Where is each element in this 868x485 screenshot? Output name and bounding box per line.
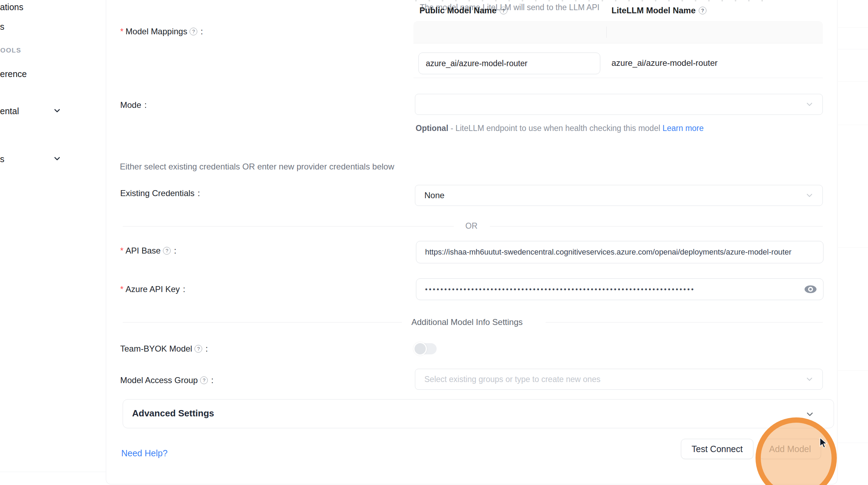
sidebar-item-label: erence bbox=[0, 69, 27, 79]
add-model-page: ations s TOOLS erence ental s T bbox=[0, 0, 868, 485]
divider-line bbox=[123, 322, 402, 323]
public-model-name-value: azure_ai/azure-model-router bbox=[426, 59, 527, 68]
divider-line bbox=[546, 322, 823, 323]
help-icon[interactable]: ? bbox=[190, 28, 197, 35]
team-byok-label: Team-BYOK Model ? : bbox=[120, 344, 208, 354]
sidebar-section-label: TOOLS bbox=[0, 47, 21, 54]
sidebar-item-ental[interactable]: ental bbox=[0, 106, 19, 116]
help-icon[interactable]: ? bbox=[163, 247, 171, 255]
sidebar-item-s-2[interactable]: s bbox=[0, 154, 5, 164]
api-base-input[interactable]: https://ishaa-mh6uutut-swedencentral.cog… bbox=[416, 241, 823, 263]
or-divider-text: OR bbox=[465, 221, 478, 231]
required-asterisk: * bbox=[120, 246, 123, 256]
chevron-down-icon bbox=[805, 100, 814, 109]
existing-credentials-label: Existing Credentials : bbox=[120, 188, 200, 198]
learn-more-link[interactable]: Learn more bbox=[662, 124, 704, 133]
column-header-litellm-model-name: LiteLLM Model Name ? bbox=[611, 6, 706, 15]
api-base-value: https://ishaa-mh6uutut-swedencentral.cog… bbox=[425, 248, 814, 257]
required-asterisk: * bbox=[120, 27, 123, 36]
background-row-line bbox=[838, 81, 868, 82]
toggle-password-visibility-icon[interactable] bbox=[804, 284, 818, 295]
chevron-down-icon bbox=[53, 154, 62, 163]
table-row-divider bbox=[414, 78, 823, 78]
column-header-public-model-name: Public Model Name ? bbox=[419, 6, 507, 15]
need-help-link[interactable]: Need Help? bbox=[121, 448, 168, 458]
clipped-row-above bbox=[415, 0, 769, 1]
background-row-line bbox=[838, 443, 868, 443]
sidebar-item-label: s bbox=[0, 22, 5, 32]
credentials-note: Either select existing credentials OR en… bbox=[120, 162, 394, 172]
column-divider bbox=[606, 27, 607, 38]
add-model-button[interactable]: Add Model bbox=[759, 439, 821, 459]
background-row-line bbox=[838, 370, 868, 371]
mode-select[interactable] bbox=[415, 94, 823, 115]
test-connect-button[interactable]: Test Connect bbox=[681, 439, 753, 459]
chevron-down-icon bbox=[805, 409, 815, 419]
sidebar: ations s TOOLS erence ental s bbox=[0, 0, 106, 485]
sidebar-item-label: ental bbox=[0, 106, 19, 116]
public-model-name-input[interactable]: azure_ai/azure-model-router bbox=[418, 53, 600, 74]
toggle-knob bbox=[414, 342, 427, 355]
help-icon[interactable]: ? bbox=[194, 345, 202, 353]
help-icon[interactable]: ? bbox=[200, 376, 208, 384]
background-row-line bbox=[838, 247, 868, 248]
sidebar-divider bbox=[0, 472, 106, 472]
mode-help-text: Optional - LiteLLM endpoint to use when … bbox=[416, 121, 706, 136]
model-mappings-table-header bbox=[414, 21, 823, 43]
existing-credentials-select[interactable]: None bbox=[415, 185, 823, 206]
litellm-model-name-value: azure_ai/azure-model-router bbox=[611, 58, 718, 68]
azure-api-key-input[interactable]: ••••••••••••••••••••••••••••••••••••••••… bbox=[416, 278, 823, 300]
mode-label: Mode : bbox=[120, 100, 147, 110]
help-icon[interactable]: ? bbox=[500, 7, 507, 14]
sidebar-item-ations[interactable]: ations bbox=[0, 2, 23, 12]
background-row-line bbox=[838, 27, 868, 28]
team-byok-toggle[interactable] bbox=[414, 343, 437, 354]
sidebar-item-erence[interactable]: erence bbox=[0, 69, 27, 79]
chevron-down-icon bbox=[805, 375, 814, 384]
sidebar-item-label: ations bbox=[0, 2, 23, 12]
api-base-label: * API Base ? : bbox=[120, 246, 176, 256]
chevron-down-icon bbox=[53, 106, 62, 115]
model-access-group-select[interactable]: Select existing groups or type to create… bbox=[415, 369, 823, 390]
help-icon[interactable]: ? bbox=[699, 7, 706, 14]
sidebar-item-s-1[interactable]: s bbox=[0, 22, 5, 32]
existing-credentials-value: None bbox=[424, 190, 444, 200]
model-mappings-label: * Model Mappings ? : bbox=[120, 27, 203, 36]
model-access-group-label: Model Access Group ? : bbox=[120, 375, 213, 385]
background-row-line bbox=[838, 125, 868, 125]
model-access-group-placeholder: Select existing groups or type to create… bbox=[424, 375, 600, 384]
sidebar-section-tools: TOOLS bbox=[0, 47, 21, 54]
masked-api-key: ••••••••••••••••••••••••••••••••••••••••… bbox=[425, 285, 804, 293]
azure-api-key-label: * Azure API Key : bbox=[120, 284, 185, 294]
chevron-down-icon bbox=[805, 191, 814, 200]
background-row-line bbox=[838, 49, 868, 49]
divider-line bbox=[490, 226, 823, 227]
additional-settings-divider-text: Additional Model Info Settings bbox=[411, 317, 523, 327]
sidebar-item-label: s bbox=[0, 154, 5, 164]
advanced-settings-panel[interactable]: Advanced Settings bbox=[123, 399, 834, 428]
advanced-settings-title: Advanced Settings bbox=[132, 408, 214, 419]
divider-line bbox=[123, 226, 454, 227]
required-asterisk: * bbox=[120, 284, 123, 294]
